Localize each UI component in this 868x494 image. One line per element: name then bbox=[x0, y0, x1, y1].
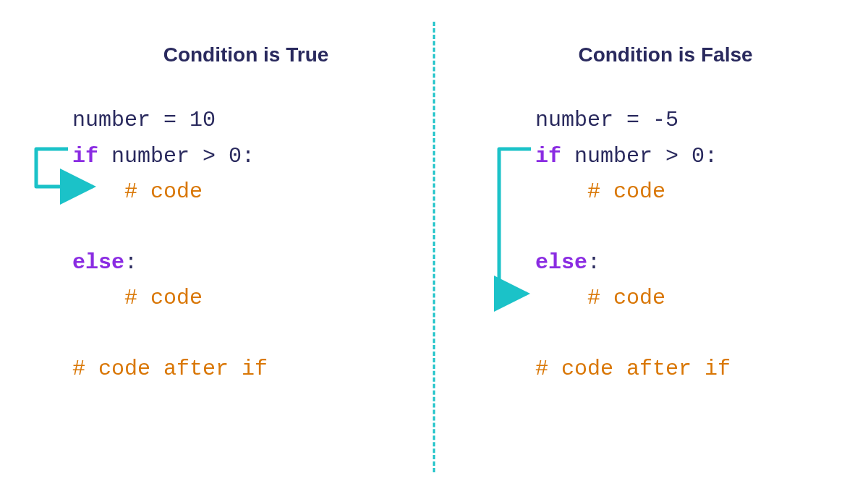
if-keyword: if bbox=[72, 144, 98, 169]
line-if-body: # code bbox=[535, 174, 839, 210]
if-body-comment: # code bbox=[587, 179, 665, 204]
title-true: Condition is True bbox=[72, 43, 420, 67]
line-else-body: # code bbox=[72, 281, 420, 317]
title-false: Condition is False bbox=[492, 43, 839, 67]
line-after: # code after if bbox=[72, 352, 420, 388]
assign-text: number = -5 bbox=[535, 108, 678, 132]
after-comment: # code after if bbox=[535, 357, 731, 381]
else-body-comment: # code bbox=[124, 286, 203, 310]
if-keyword: if bbox=[535, 144, 561, 169]
line-if: if number > 0: bbox=[72, 139, 420, 175]
line-else: else: bbox=[72, 245, 420, 281]
assign-text: number = 10 bbox=[72, 108, 216, 132]
after-comment: # code after if bbox=[72, 357, 268, 381]
line-assign: number = 10 bbox=[72, 103, 420, 139]
else-colon: : bbox=[124, 250, 137, 275]
line-else-body: # code bbox=[535, 281, 839, 317]
line-if: if number > 0: bbox=[535, 139, 839, 175]
line-else: else: bbox=[535, 245, 839, 281]
panel-condition-true: Condition is True number = 10 if number … bbox=[0, 0, 448, 494]
line-assign: number = -5 bbox=[535, 103, 839, 139]
code-block-false: number = -5 if number > 0: # code else: … bbox=[535, 103, 839, 387]
line-after: # code after if bbox=[535, 352, 839, 388]
code-block-true: number = 10 if number > 0: # code else: … bbox=[72, 103, 420, 387]
else-keyword: else bbox=[72, 250, 124, 275]
if-cond: number > 0: bbox=[561, 144, 718, 169]
if-body-comment: # code bbox=[124, 179, 203, 204]
else-keyword: else bbox=[535, 250, 587, 275]
if-cond: number > 0: bbox=[98, 144, 255, 169]
panel-condition-false: Condition is False number = -5 if number… bbox=[448, 0, 868, 494]
line-if-body: # code bbox=[72, 174, 420, 210]
else-body-comment: # code bbox=[587, 286, 665, 310]
else-colon: : bbox=[587, 250, 600, 275]
